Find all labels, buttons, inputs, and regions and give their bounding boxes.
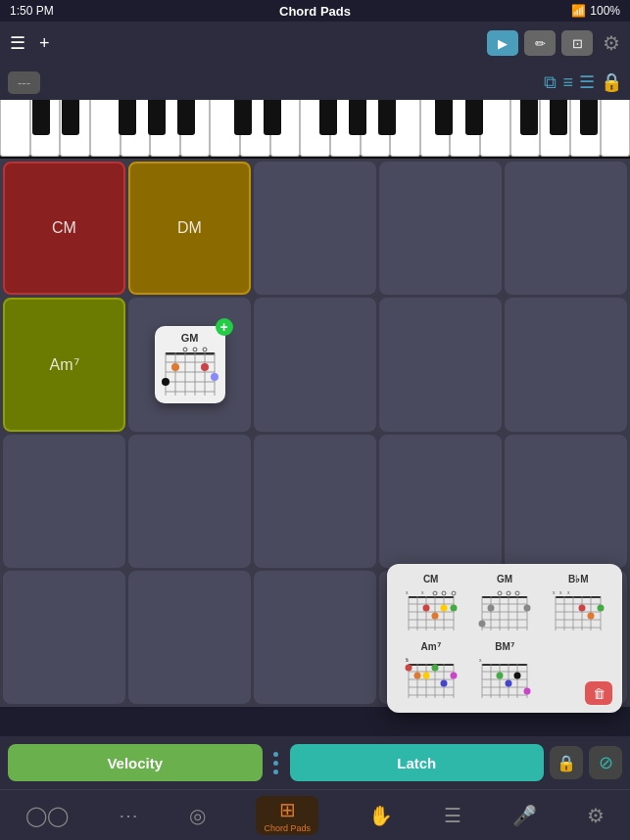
chord-pad-empty-2[interactable] [379, 162, 502, 295]
white-key[interactable] [240, 100, 270, 157]
chord-pad-am7-label: Am⁷ [50, 355, 79, 374]
gear-icon[interactable]: ⚙ [603, 31, 620, 55]
nav-item-chord-pads[interactable]: ⊞ Chord Pads [256, 796, 318, 835]
panel-chord-bm7-name: BM⁷ [495, 641, 514, 652]
svg-point-106 [523, 688, 530, 695]
white-key[interactable] [90, 100, 121, 157]
latch-button[interactable]: Latch [290, 744, 545, 781]
svg-point-34 [422, 605, 429, 612]
wifi-icon: 📶 [571, 4, 586, 18]
white-key[interactable] [150, 100, 180, 157]
chord-pad-empty-14[interactable] [254, 571, 376, 704]
battery-label: 100% [590, 4, 620, 18]
dot-3 [273, 770, 278, 774]
chord-pad-empty-5[interactable] [379, 298, 502, 431]
white-key[interactable] [300, 100, 330, 157]
svg-point-105 [513, 673, 520, 679]
white-key[interactable] [30, 100, 61, 157]
white-key[interactable] [210, 100, 240, 157]
chord-pad-cm[interactable]: CM [3, 162, 125, 295]
chord-panel-grid: CM x x [397, 574, 612, 703]
chord-pad-empty-12[interactable] [3, 571, 125, 704]
svg-point-31 [433, 591, 437, 595]
edit-button[interactable]: ✏ [524, 30, 556, 56]
plus-badge[interactable]: + [216, 318, 233, 336]
chord-pad-empty-7[interactable] [3, 435, 125, 568]
white-key[interactable] [330, 100, 361, 157]
svg-text:x: x [553, 589, 556, 595]
hand-icon: ✋ [368, 804, 393, 827]
piano-keyboard[interactable] [0, 100, 630, 159]
svg-point-51 [515, 591, 519, 595]
chord-pad-empty-11[interactable] [505, 435, 627, 568]
white-key[interactable] [390, 100, 420, 157]
list-icon[interactable]: ☰ [579, 71, 595, 93]
app-title: Chord Pads [279, 4, 351, 19]
panel-chord-am7[interactable]: Am⁷ 5 x [397, 641, 464, 703]
chord-pad-empty-1[interactable] [254, 162, 376, 295]
dot-1 [273, 752, 278, 757]
white-key[interactable] [121, 100, 151, 157]
crop-button[interactable]: ⊡ [561, 30, 593, 56]
white-key[interactable] [540, 100, 570, 157]
chord-popup: GM [155, 326, 225, 403]
white-key[interactable] [0, 100, 30, 157]
svg-point-85 [405, 665, 412, 672]
panel-chord-bbm[interactable]: B♭M x x x [545, 574, 612, 635]
svg-point-104 [505, 680, 511, 687]
chord-pad-gm-popup[interactable]: GM [128, 298, 251, 431]
chord-pad-empty-3[interactable] [505, 162, 627, 295]
white-key[interactable] [480, 100, 510, 157]
svg-point-90 [450, 673, 457, 679]
play-button[interactable]: ▶ [487, 30, 518, 56]
white-key[interactable] [510, 100, 541, 157]
svg-point-103 [496, 673, 503, 679]
chord-pad-empty-8[interactable] [128, 435, 251, 568]
chord-pad-empty-10[interactable] [379, 435, 502, 568]
nav-item-dots[interactable]: ⋯ [119, 804, 138, 827]
nav-item-list[interactable]: ☰ [444, 804, 461, 827]
velocity-button[interactable]: Velocity [8, 744, 263, 781]
svg-point-87 [422, 673, 429, 679]
white-key[interactable] [601, 100, 631, 157]
white-key[interactable] [420, 100, 451, 157]
nav-item-hand[interactable]: ✋ [368, 804, 393, 827]
chord-pad-dm[interactable]: DM [128, 162, 251, 295]
chord-pad-empty-6[interactable] [505, 298, 627, 431]
dash-button[interactable]: --- [8, 71, 40, 94]
lock-button[interactable]: 🔒 [550, 746, 583, 779]
svg-text:x: x [567, 589, 570, 595]
white-key[interactable] [60, 100, 90, 157]
nav-item-settings[interactable]: ⚙ [587, 804, 605, 827]
chord-pad-empty-9[interactable] [254, 435, 376, 568]
nav-item-circle[interactable]: ◎ [189, 804, 206, 827]
chord-panel: CM x x [387, 564, 622, 713]
white-key[interactable] [361, 100, 391, 157]
menu-icon[interactable]: ☰ [10, 32, 25, 54]
chord-pad-empty-13[interactable] [128, 571, 251, 704]
add-icon[interactable]: + [39, 33, 50, 54]
svg-text:x: x [406, 589, 409, 595]
bars-icon[interactable]: ≡ [562, 72, 573, 93]
chord-panel-delete-button[interactable]: 🗑 [585, 681, 612, 705]
panel-chord-cm[interactable]: CM x x [397, 574, 464, 635]
nav-item-mic[interactable]: 🎤 [512, 804, 537, 827]
white-key[interactable] [270, 100, 301, 157]
white-key[interactable] [450, 100, 480, 157]
white-key[interactable] [180, 100, 211, 157]
panel-chord-gm[interactable]: GM [470, 574, 538, 635]
svg-point-35 [431, 613, 438, 620]
svg-point-49 [498, 591, 502, 595]
layers-icon[interactable]: ⧉ [544, 72, 557, 93]
panel-chord-am7-name: Am⁷ [421, 641, 441, 652]
panel-chord-cm-name: CM [423, 574, 439, 584]
chord-pad-am7[interactable]: Am⁷ [3, 298, 125, 431]
white-key[interactable] [570, 100, 601, 157]
chord-pads-icon: ⊞ [279, 798, 296, 821]
slash-button[interactable]: ⊘ [589, 746, 622, 779]
lock-icon[interactable]: 🔒 [601, 71, 622, 93]
nav-item-loops[interactable]: ◯◯ [25, 804, 69, 827]
chord-pad-empty-4[interactable] [254, 298, 376, 431]
panel-chord-bm7[interactable]: BM⁷ x [470, 641, 538, 703]
svg-point-50 [507, 591, 510, 595]
